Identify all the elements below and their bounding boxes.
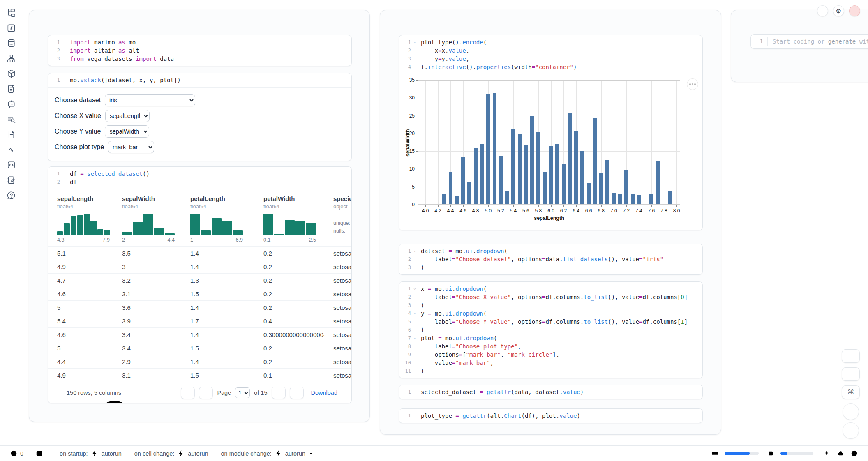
chart-actions-icon[interactable]	[687, 78, 698, 90]
dropdown-select[interactable]: sepalLength	[105, 110, 150, 122]
code-line[interactable]: 6)	[399, 326, 702, 334]
scratchpad-icon[interactable]	[7, 175, 16, 185]
column-next-icon[interactable]	[55, 16, 61, 22]
notebook-column-1: 1import marimo as mo2import altair as al…	[29, 10, 370, 422]
stop-button[interactable]	[843, 403, 859, 420]
prev-page-button[interactable]	[199, 387, 213, 399]
code-editor[interactable]: 1mo.vstack([dataset, x, y, plot])	[48, 73, 351, 87]
code-line[interactable]: 3from vega_datasets import data	[48, 55, 351, 63]
fold-caret-icon[interactable]: ⌄	[413, 309, 416, 317]
editor-placeholder[interactable]: Start coding or generate with AI	[767, 37, 868, 46]
code-line[interactable]: 1df = selected_dataset()	[48, 170, 351, 178]
code-editor[interactable]: 1import marimo as mo2import altair as al…	[48, 35, 351, 66]
list-search-icon[interactable]	[7, 115, 16, 124]
code-line[interactable]: 7⌄plot = mo.ui.dropdown(	[399, 334, 702, 342]
table-column-header[interactable]: sepalLengthfloat644.37.9	[48, 189, 113, 246]
on-cell-change-toggle[interactable]: on cell change: autorun	[134, 449, 208, 457]
code-editor[interactable]: 1df = selected_dataset()2df	[48, 167, 351, 189]
run-button[interactable]	[843, 422, 859, 439]
code-line[interactable]: 3)	[399, 301, 702, 309]
activity-icon[interactable]	[7, 145, 16, 154]
scroll-icon[interactable]	[7, 84, 16, 94]
file-tree-icon[interactable]	[7, 8, 16, 18]
code-editor[interactable]: 1 Start coding or generate with AI	[751, 35, 868, 48]
table-column-header[interactable]: petalWidthfloat640.12.5	[254, 189, 324, 246]
code-line[interactable]: 1⌄x = mo.ui.dropdown(	[399, 285, 702, 293]
code-line[interactable]: 1⌄dataset = mo.ui.dropdown(	[399, 247, 702, 255]
code-editor[interactable]: 1selected_dataset = getattr(data, datase…	[399, 385, 702, 399]
code-line[interactable]: 4).interactive().properties(width="conta…	[399, 63, 702, 71]
page-select[interactable]: 1	[235, 387, 250, 398]
code-line[interactable]: 1import marimo as mo	[48, 38, 351, 46]
close-button[interactable]	[849, 5, 860, 16]
ai-sparkles-icon[interactable]	[823, 449, 831, 457]
function-icon[interactable]	[7, 23, 16, 33]
terminal-icon[interactable]	[35, 449, 43, 457]
table-cell: 0.2	[254, 263, 324, 270]
on-startup-toggle[interactable]: on startup: autorun	[60, 449, 122, 457]
fold-caret-icon[interactable]: ⌄	[413, 246, 416, 254]
error-count-button[interactable]: 0	[10, 449, 23, 457]
column-next-icon[interactable]	[757, 16, 763, 22]
notebook-menu-button[interactable]	[817, 5, 828, 16]
code-line[interactable]: 9 options=["mark_bar", "mark_circle"],	[399, 350, 702, 359]
fold-caret-icon[interactable]: ⌄	[413, 37, 416, 46]
table-cell: 4.7	[48, 277, 113, 284]
table-column-header[interactable]: sepalWidthfloat6424.4	[113, 189, 181, 246]
code-line[interactable]: 4⌄y = mo.ui.dropdown(	[399, 309, 702, 318]
dropdown-select[interactable]: mark_bar	[108, 141, 154, 153]
assistant-robot-icon[interactable]	[837, 449, 845, 457]
save-button[interactable]	[842, 349, 860, 363]
dependency-graph-icon[interactable]	[7, 54, 16, 63]
first-page-button[interactable]	[181, 387, 195, 399]
code-line[interactable]: 2import altair as alt	[48, 46, 351, 55]
connection-status-icon[interactable]	[850, 449, 858, 457]
code-line[interactable]: 10 value="mark_bar",	[399, 359, 702, 367]
table-column-header[interactable]: speciesobjectunique:nulls:	[324, 189, 351, 246]
code-line[interactable]: 1⌄plot_type().encode(	[399, 38, 702, 46]
code-line[interactable]: 5 label="Choose Y value", options=df.col…	[399, 318, 702, 326]
code-line[interactable]: 3)	[399, 263, 702, 272]
dropdown-select[interactable]: iris	[105, 94, 195, 106]
code-line[interactable]: 2df	[48, 178, 351, 186]
histogram-bar	[97, 229, 103, 235]
code-line[interactable]: 1mo.vstack([dataset, x, y, plot])	[48, 76, 351, 84]
download-button[interactable]: Download	[311, 390, 344, 396]
column-prev-icon[interactable]	[739, 16, 746, 22]
dropdown-select[interactable]: sepalWidth	[105, 125, 149, 138]
column-prev-icon[interactable]	[37, 16, 44, 22]
help-icon[interactable]	[7, 191, 16, 200]
document-icon[interactable]	[7, 130, 16, 139]
table-column-header[interactable]: petalLengthfloat6416.9	[181, 189, 254, 246]
code-editor[interactable]: 1⌄dataset = mo.ui.dropdown(2 label="Choo…	[399, 244, 702, 274]
chat-bot-icon[interactable]	[7, 99, 16, 109]
command-palette-button[interactable]: ⌘	[842, 385, 860, 399]
fold-caret-icon[interactable]: ⌄	[413, 284, 416, 292]
add-cell-icon[interactable]	[705, 15, 713, 23]
on-module-change-toggle[interactable]: on module change: autorun	[221, 449, 314, 457]
code-line[interactable]: 11)	[399, 367, 702, 375]
next-page-button[interactable]	[272, 387, 286, 399]
code-line[interactable]: 2 label="Choose X value", options=df.col…	[399, 293, 702, 301]
code-editor[interactable]: 1⌄plot_type().encode(2 x=x.value,3 y=y.v…	[399, 35, 702, 74]
column-prev-icon[interactable]	[388, 16, 395, 22]
fold-caret-icon[interactable]: ⌄	[413, 333, 416, 341]
package-icon[interactable]	[7, 69, 16, 78]
code-line[interactable]: 2 label="Choose dataset", options=data.l…	[399, 255, 702, 263]
code-editor[interactable]: 1⌄x = mo.ui.dropdown(2 label="Choose X v…	[399, 282, 702, 378]
settings-button[interactable]: ⚙	[833, 5, 844, 16]
snippets-icon[interactable]	[7, 160, 16, 170]
database-icon[interactable]	[7, 39, 16, 48]
code-line[interactable]: 3 y=y.value,	[399, 55, 702, 63]
layout-button[interactable]	[842, 367, 860, 381]
code-editor[interactable]: 1plot_type = getattr(alt.Chart(df), plot…	[399, 409, 702, 423]
code-line[interactable]: 2 x=x.value,	[399, 46, 702, 55]
range-max: 7.9	[103, 237, 110, 243]
column-next-icon[interactable]	[406, 16, 412, 22]
last-page-button[interactable]	[290, 387, 304, 399]
add-cell-icon[interactable]	[354, 15, 361, 23]
code-line[interactable]: 8 label="Choose plot type",	[399, 342, 702, 350]
code-line[interactable]: 1selected_dataset = getattr(data, datase…	[399, 388, 702, 396]
code-line[interactable]: 1plot_type = getattr(alt.Chart(df), plot…	[399, 412, 702, 420]
search-icon[interactable]	[55, 389, 62, 396]
